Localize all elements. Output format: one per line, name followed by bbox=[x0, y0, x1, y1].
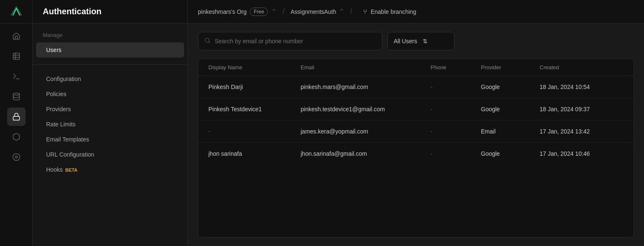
cell-display-name: Pinkesh Darji bbox=[208, 84, 301, 90]
enable-branching-button[interactable]: ⑂ Enable branching bbox=[358, 5, 421, 18]
cell-display-name: - bbox=[208, 128, 301, 135]
icon-sidebar bbox=[0, 24, 33, 246]
svg-point-6 bbox=[13, 93, 19, 95]
sidebar-icon-auth[interactable] bbox=[7, 107, 26, 126]
cell-phone: - bbox=[431, 150, 481, 157]
table-row[interactable]: jhon sarinafa jhon.sarinafa@gmail.com - … bbox=[198, 143, 634, 165]
search-icon bbox=[204, 37, 210, 45]
enable-branching-label: Enable branching bbox=[371, 8, 416, 15]
content-area: All Users ⇅ Display Name Email Phone Pro… bbox=[188, 24, 644, 246]
sidebar-item-email-templates[interactable]: Email Templates bbox=[36, 132, 184, 147]
cell-created: 17 Jan, 2024 13:42 bbox=[540, 128, 623, 135]
cell-provider: Google bbox=[481, 106, 540, 113]
table-header: Display Name Email Phone Provider Create… bbox=[198, 59, 634, 76]
table-row[interactable]: - james.kera@yopmail.com - Email 17 Jan,… bbox=[198, 120, 634, 143]
col-provider: Provider bbox=[481, 64, 540, 71]
app-title-area: Authentication bbox=[33, 0, 188, 23]
sidebar-item-url-configuration[interactable]: URL Configuration bbox=[36, 147, 184, 162]
app-title: Authentication bbox=[43, 7, 101, 16]
col-phone: Phone bbox=[431, 64, 481, 71]
branching-icon: ⑂ bbox=[363, 8, 367, 16]
cell-display-name: Pinkesh Testdevice1 bbox=[208, 106, 301, 113]
search-input[interactable] bbox=[215, 38, 376, 44]
sidebar-item-rate-limits[interactable]: Rate Limits bbox=[36, 117, 184, 132]
sidebar-item-users[interactable]: Users bbox=[36, 42, 184, 58]
cell-email: pinkesh.mars@gmail.com bbox=[301, 84, 431, 90]
beta-badge: BETA bbox=[65, 167, 78, 173]
sidebar-divider bbox=[33, 64, 187, 65]
cell-provider: Google bbox=[481, 84, 540, 90]
sidebar-icon-storage[interactable] bbox=[7, 128, 26, 146]
cell-email: pinkesh.testdevice1@gmail.com bbox=[301, 106, 431, 113]
breadcrumb-area: pinkeshmars's Org Free ⌃ / AssignmentsAu… bbox=[188, 0, 644, 23]
breadcrumb-project[interactable]: AssignmentsAuth ⌃ bbox=[291, 8, 344, 16]
table-row[interactable]: Pinkesh Darji pinkesh.mars@gmail.com - G… bbox=[198, 76, 634, 98]
logo-area bbox=[0, 0, 33, 23]
filter-label: All Users bbox=[394, 38, 419, 44]
cell-created: 18 Jan, 2024 09:37 bbox=[540, 106, 623, 113]
project-chevron-icon: ⌃ bbox=[339, 8, 344, 16]
sidebar-item-providers[interactable]: Providers bbox=[36, 102, 184, 117]
main-layout: Manage Users Configuration Policies Prov… bbox=[0, 24, 644, 246]
sidebar-icon-monitoring[interactable] bbox=[7, 148, 26, 166]
table-row[interactable]: Pinkesh Testdevice1 pinkesh.testdevice1@… bbox=[198, 98, 634, 120]
cell-display-name: jhon sarinafa bbox=[208, 150, 301, 157]
col-created: Created bbox=[540, 64, 623, 71]
sidebar-icon-terminal[interactable] bbox=[7, 67, 26, 86]
svg-point-9 bbox=[15, 156, 17, 158]
svg-line-11 bbox=[208, 42, 210, 43]
org-chevron-icon: ⌃ bbox=[271, 8, 277, 16]
svg-rect-1 bbox=[13, 53, 19, 60]
svg-point-8 bbox=[13, 154, 20, 161]
sidebar-icon-home[interactable] bbox=[7, 27, 26, 45]
svg-rect-7 bbox=[13, 116, 19, 120]
col-email: Email bbox=[301, 64, 431, 71]
sidebar-icon-database[interactable] bbox=[7, 87, 26, 106]
breadcrumb-org[interactable]: pinkeshmars's Org Free ⌃ bbox=[198, 8, 277, 16]
free-badge: Free bbox=[250, 8, 268, 16]
col-display-name: Display Name bbox=[208, 64, 301, 71]
cell-phone: - bbox=[431, 84, 481, 90]
cell-email: james.kera@yopmail.com bbox=[301, 128, 431, 135]
sidebar-item-hooks[interactable]: HooksBETA bbox=[36, 162, 184, 177]
brand-logo bbox=[10, 5, 23, 18]
breadcrumb-separator-1: / bbox=[283, 7, 285, 16]
cell-created: 17 Jan, 2024 10:46 bbox=[540, 150, 623, 157]
cell-created: 18 Jan, 2024 10:54 bbox=[540, 84, 623, 90]
breadcrumb-separator-2: / bbox=[350, 7, 352, 16]
sidebar-item-policies[interactable]: Policies bbox=[36, 86, 184, 102]
org-name: pinkeshmars's Org bbox=[198, 8, 247, 15]
cell-phone: - bbox=[431, 106, 481, 113]
all-users-filter[interactable]: All Users ⇅ bbox=[387, 32, 454, 50]
filter-chevron-icon: ⇅ bbox=[423, 38, 448, 44]
search-input-wrapper[interactable] bbox=[198, 32, 382, 50]
sidebar-icon-table[interactable] bbox=[7, 47, 26, 65]
cell-email: jhon.sarinafa@gmail.com bbox=[301, 150, 431, 157]
cell-provider: Google bbox=[481, 150, 540, 157]
users-table: Display Name Email Phone Provider Create… bbox=[198, 59, 634, 238]
search-filter-bar: All Users ⇅ bbox=[198, 32, 634, 50]
cell-phone: - bbox=[431, 128, 481, 135]
project-name: AssignmentsAuth bbox=[291, 8, 336, 15]
sidebar-item-configuration[interactable]: Configuration bbox=[36, 71, 184, 86]
manage-section-label: Manage bbox=[33, 32, 187, 42]
text-sidebar: Manage Users Configuration Policies Prov… bbox=[33, 24, 188, 246]
top-header: Authentication pinkeshmars's Org Free ⌃ … bbox=[0, 0, 644, 24]
cell-provider: Email bbox=[481, 128, 540, 135]
